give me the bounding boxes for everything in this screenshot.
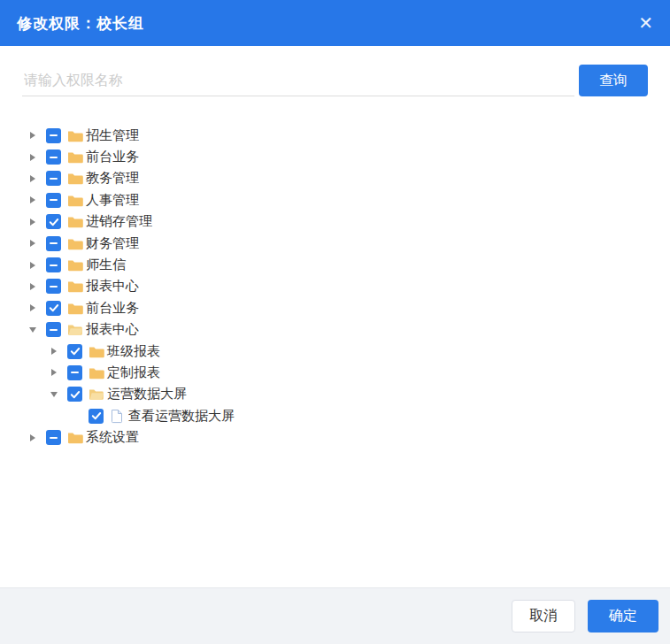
tree-row[interactable]: 报表中心 [0, 276, 670, 297]
tree-node-label: 财务管理 [86, 235, 139, 252]
checkbox[interactable] [67, 344, 82, 359]
tree-row[interactable]: 定制报表 [0, 362, 670, 383]
folder-icon [89, 365, 104, 380]
tree-row[interactable]: 查看运营数据大屏 [0, 405, 670, 426]
expander-icon[interactable] [46, 387, 62, 402]
expander-icon[interactable] [25, 127, 41, 143]
tree-node-label: 报表中心 [86, 321, 139, 338]
tree-node-label: 运营数据大屏 [107, 386, 187, 402]
folder-icon [67, 128, 83, 142]
checkbox[interactable] [46, 193, 61, 208]
expander-icon[interactable] [25, 300, 41, 316]
checkbox[interactable] [46, 301, 61, 316]
tree-row[interactable]: 系统设置 [0, 426, 670, 448]
checkbox[interactable] [46, 257, 61, 272]
close-icon[interactable]: ✕ [638, 14, 653, 32]
checkbox[interactable] [67, 387, 82, 402]
modal-title: 修改权限：校长组 [17, 13, 144, 34]
search-button[interactable]: 查询 [579, 65, 648, 96]
tree-node-label: 师生信 [86, 257, 126, 273]
expander-icon[interactable] [25, 430, 41, 446]
checkbox[interactable] [46, 322, 61, 337]
folder-icon [67, 431, 83, 445]
folder-open-icon [67, 323, 83, 337]
tree-node-label: 进销存管理 [86, 213, 152, 230]
folder-icon [67, 215, 83, 229]
folder-open-icon [89, 387, 104, 402]
confirm-button[interactable]: 确定 [588, 600, 658, 632]
expander-icon[interactable] [25, 150, 41, 165]
permission-tree: 招生管理 前台业务 [0, 125, 670, 587]
checkbox[interactable] [89, 409, 104, 424]
expander-icon[interactable] [46, 364, 62, 380]
expander-icon[interactable] [25, 235, 41, 251]
expander-icon[interactable] [46, 343, 62, 359]
expander-icon[interactable] [25, 257, 41, 273]
tree-row[interactable]: 前台业务 [0, 146, 670, 167]
tree-row[interactable]: 报表中心 [0, 319, 670, 341]
tree-row[interactable]: 教务管理 [0, 168, 670, 189]
checkbox[interactable] [46, 128, 61, 143]
tree-row[interactable]: 运营数据大屏 [0, 384, 670, 405]
expander-icon[interactable] [25, 279, 41, 295]
folder-icon [89, 344, 104, 358]
tree-node-label: 班级报表 [107, 343, 160, 360]
file-icon [110, 409, 126, 423]
tree-node-label: 前台业务 [86, 149, 139, 165]
tree-node-label: 定制报表 [107, 364, 160, 381]
search-row: 查询 [22, 65, 648, 96]
expander-icon[interactable] [25, 322, 41, 338]
expander-icon[interactable] [25, 214, 41, 230]
folder-icon [67, 301, 83, 315]
folder-icon [67, 172, 83, 186]
tree-node-label: 报表中心 [86, 278, 139, 295]
folder-icon [67, 193, 83, 207]
folder-icon [67, 258, 83, 272]
checkbox[interactable] [46, 171, 61, 186]
tree-row[interactable]: 财务管理 [0, 233, 670, 254]
modal-footer: 取消 确定 [0, 587, 670, 644]
folder-icon [67, 150, 83, 165]
tree-row[interactable]: 师生信 [0, 254, 670, 275]
tree-row[interactable]: 人事管理 [0, 189, 670, 211]
folder-icon [67, 280, 83, 294]
checkbox[interactable] [46, 279, 61, 294]
modal-header: 修改权限：校长组 ✕ [0, 0, 670, 46]
tree-node-label: 系统设置 [86, 429, 139, 446]
checkbox[interactable] [67, 365, 82, 380]
search-input[interactable] [22, 65, 574, 96]
checkbox[interactable] [46, 236, 61, 251]
checkbox[interactable] [46, 150, 61, 165]
tree-row[interactable]: 招生管理 [0, 125, 670, 146]
folder-icon [67, 236, 83, 250]
edit-permissions-modal: 修改权限：校长组 ✕ 查询 招生管理 [0, 0, 670, 644]
tree-node-label: 教务管理 [86, 170, 139, 187]
tree-node-label: 招生管理 [86, 127, 139, 144]
tree-row[interactable]: 进销存管理 [0, 211, 670, 233]
tree-row[interactable]: 班级报表 [0, 341, 670, 362]
cancel-button[interactable]: 取消 [512, 600, 575, 632]
expander-icon[interactable] [25, 192, 41, 208]
tree-node-label: 前台业务 [86, 300, 139, 317]
expander-icon[interactable] [25, 171, 41, 187]
tree-node-label: 人事管理 [86, 192, 139, 209]
checkbox[interactable] [46, 430, 61, 445]
tree-node-label: 查看运营数据大屏 [128, 408, 235, 425]
checkbox[interactable] [46, 214, 61, 229]
tree-row[interactable]: 前台业务 [0, 297, 670, 318]
